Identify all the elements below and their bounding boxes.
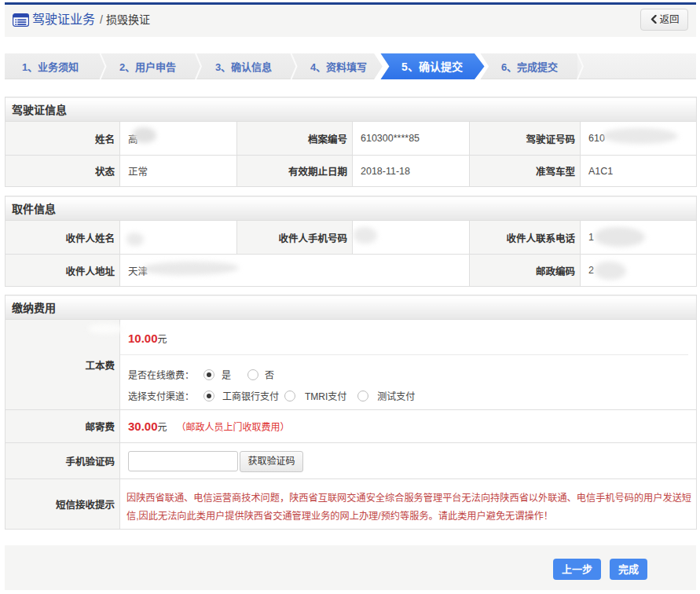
svg-text:1、业务须知: 1、业务须知 (22, 61, 79, 73)
svg-text:3、确认信息: 3、确认信息 (215, 61, 272, 73)
svg-text:6、完成提交: 6、完成提交 (501, 61, 558, 73)
svg-text:4、资料填写: 4、资料填写 (310, 61, 367, 73)
svg-text:5、确认提交: 5、确认提交 (401, 60, 463, 73)
svg-text:2、用户申告: 2、用户申告 (119, 61, 176, 73)
